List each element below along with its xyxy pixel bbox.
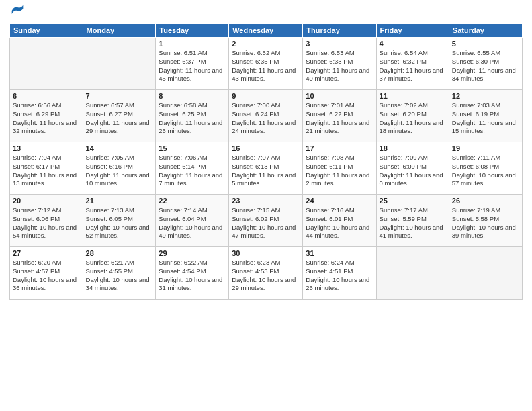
- weekday-header: Tuesday: [156, 24, 229, 38]
- day-info: Sunrise: 7:01 AM Sunset: 6:22 PM Dayligh…: [306, 101, 373, 136]
- calendar-cell: 28 Sunrise: 6:21 AM Sunset: 4:55 PM Dayl…: [83, 247, 156, 300]
- day-number: 30: [232, 249, 300, 257]
- calendar-week-row: 27 Sunrise: 6:20 AM Sunset: 4:57 PM Dayl…: [10, 247, 523, 300]
- calendar-cell: 21 Sunrise: 7:13 AM Sunset: 6:05 PM Dayl…: [83, 195, 156, 247]
- day-number: 12: [452, 92, 519, 100]
- day-number: 20: [13, 197, 80, 205]
- day-number: 6: [13, 92, 80, 100]
- day-number: 24: [306, 197, 373, 205]
- day-number: 14: [86, 144, 153, 152]
- calendar-cell: 31 Sunrise: 6:24 AM Sunset: 4:51 PM Dayl…: [303, 247, 376, 300]
- day-info: Sunrise: 7:13 AM Sunset: 6:05 PM Dayligh…: [86, 206, 153, 240]
- weekday-header: Thursday: [303, 24, 376, 38]
- day-info: Sunrise: 6:51 AM Sunset: 6:37 PM Dayligh…: [159, 49, 226, 83]
- logo-icon: [11, 4, 24, 17]
- day-info: Sunrise: 7:06 AM Sunset: 6:14 PM Dayligh…: [159, 154, 226, 188]
- calendar-cell: 20 Sunrise: 7:12 AM Sunset: 6:06 PM Dayl…: [10, 195, 83, 247]
- day-number: 1: [159, 40, 226, 48]
- day-info: Sunrise: 7:03 AM Sunset: 6:19 PM Dayligh…: [452, 101, 519, 136]
- calendar-cell: [376, 247, 449, 300]
- day-info: Sunrise: 7:07 AM Sunset: 6:13 PM Dayligh…: [232, 154, 300, 188]
- calendar-cell: 4 Sunrise: 6:54 AM Sunset: 6:32 PM Dayli…: [376, 38, 449, 90]
- calendar-cell: 15 Sunrise: 7:06 AM Sunset: 6:14 PM Dayl…: [156, 142, 229, 195]
- day-info: Sunrise: 6:20 AM Sunset: 4:57 PM Dayligh…: [13, 259, 80, 293]
- calendar-cell: 10 Sunrise: 7:01 AM Sunset: 6:22 PM Dayl…: [303, 90, 376, 142]
- day-info: Sunrise: 7:09 AM Sunset: 6:09 PM Dayligh…: [380, 154, 446, 188]
- day-number: 9: [232, 92, 300, 100]
- calendar-cell: 25 Sunrise: 7:17 AM Sunset: 5:59 PM Dayl…: [376, 195, 449, 247]
- header: [9, 7, 523, 17]
- calendar-cell: 19 Sunrise: 7:11 AM Sunset: 6:08 PM Dayl…: [449, 142, 522, 195]
- day-number: 2: [232, 40, 300, 48]
- calendar-cell: 3 Sunrise: 6:53 AM Sunset: 6:33 PM Dayli…: [303, 38, 376, 90]
- calendar-cell: 29 Sunrise: 6:22 AM Sunset: 4:54 PM Dayl…: [156, 247, 229, 300]
- calendar-cell: 8 Sunrise: 6:58 AM Sunset: 6:25 PM Dayli…: [156, 90, 229, 142]
- day-number: 27: [13, 249, 80, 257]
- calendar-cell: 5 Sunrise: 6:55 AM Sunset: 6:30 PM Dayli…: [449, 38, 522, 90]
- day-info: Sunrise: 6:52 AM Sunset: 6:35 PM Dayligh…: [232, 49, 300, 83]
- day-number: 22: [159, 197, 226, 205]
- day-number: 4: [380, 40, 446, 48]
- day-number: 21: [86, 197, 153, 205]
- day-info: Sunrise: 6:24 AM Sunset: 4:51 PM Dayligh…: [306, 259, 373, 293]
- calendar-cell: 13 Sunrise: 7:04 AM Sunset: 6:17 PM Dayl…: [10, 142, 83, 195]
- day-number: 23: [232, 197, 300, 205]
- day-info: Sunrise: 6:53 AM Sunset: 6:33 PM Dayligh…: [306, 49, 373, 83]
- weekday-header: Sunday: [10, 24, 83, 38]
- day-info: Sunrise: 7:05 AM Sunset: 6:16 PM Dayligh…: [86, 154, 153, 188]
- day-number: 16: [232, 144, 300, 152]
- calendar-cell: 12 Sunrise: 7:03 AM Sunset: 6:19 PM Dayl…: [449, 90, 522, 142]
- day-number: 15: [159, 144, 226, 152]
- calendar-cell: 9 Sunrise: 7:00 AM Sunset: 6:24 PM Dayli…: [229, 90, 303, 142]
- day-info: Sunrise: 6:54 AM Sunset: 6:32 PM Dayligh…: [380, 49, 446, 83]
- calendar-table: SundayMondayTuesdayWednesdayThursdayFrid…: [9, 23, 523, 300]
- day-info: Sunrise: 7:17 AM Sunset: 5:59 PM Dayligh…: [380, 206, 446, 240]
- logo-text: [9, 7, 24, 17]
- day-number: 10: [306, 92, 373, 100]
- calendar-cell: [83, 38, 156, 90]
- calendar-week-row: 6 Sunrise: 6:56 AM Sunset: 6:29 PM Dayli…: [10, 90, 523, 142]
- day-number: 29: [159, 249, 226, 257]
- day-info: Sunrise: 7:16 AM Sunset: 6:01 PM Dayligh…: [306, 206, 373, 240]
- day-number: 11: [380, 92, 446, 100]
- day-info: Sunrise: 7:00 AM Sunset: 6:24 PM Dayligh…: [232, 101, 300, 136]
- calendar-cell: 24 Sunrise: 7:16 AM Sunset: 6:01 PM Dayl…: [303, 195, 376, 247]
- day-number: 8: [159, 92, 226, 100]
- day-info: Sunrise: 7:15 AM Sunset: 6:02 PM Dayligh…: [232, 206, 300, 240]
- day-info: Sunrise: 7:14 AM Sunset: 6:04 PM Dayligh…: [159, 206, 226, 240]
- calendar-cell: 18 Sunrise: 7:09 AM Sunset: 6:09 PM Dayl…: [376, 142, 449, 195]
- day-number: 17: [306, 144, 373, 152]
- day-number: 26: [452, 197, 519, 205]
- calendar-cell: 30 Sunrise: 6:23 AM Sunset: 4:53 PM Dayl…: [229, 247, 303, 300]
- calendar-cell: 22 Sunrise: 7:14 AM Sunset: 6:04 PM Dayl…: [156, 195, 229, 247]
- calendar-cell: 2 Sunrise: 6:52 AM Sunset: 6:35 PM Dayli…: [229, 38, 303, 90]
- day-number: 13: [13, 144, 80, 152]
- calendar-header-row: SundayMondayTuesdayWednesdayThursdayFrid…: [10, 24, 523, 38]
- calendar-cell: 23 Sunrise: 7:15 AM Sunset: 6:02 PM Dayl…: [229, 195, 303, 247]
- weekday-header: Monday: [83, 24, 156, 38]
- day-info: Sunrise: 6:56 AM Sunset: 6:29 PM Dayligh…: [13, 101, 80, 136]
- day-info: Sunrise: 6:57 AM Sunset: 6:27 PM Dayligh…: [86, 101, 153, 136]
- weekday-header: Wednesday: [229, 24, 303, 38]
- day-info: Sunrise: 7:12 AM Sunset: 6:06 PM Dayligh…: [13, 206, 80, 240]
- day-number: 25: [380, 197, 446, 205]
- weekday-header: Friday: [376, 24, 449, 38]
- day-number: 18: [380, 144, 446, 152]
- day-info: Sunrise: 7:02 AM Sunset: 6:20 PM Dayligh…: [380, 101, 446, 136]
- calendar-cell: 17 Sunrise: 7:08 AM Sunset: 6:11 PM Dayl…: [303, 142, 376, 195]
- calendar-cell: 26 Sunrise: 7:19 AM Sunset: 5:58 PM Dayl…: [449, 195, 522, 247]
- calendar-week-row: 13 Sunrise: 7:04 AM Sunset: 6:17 PM Dayl…: [10, 142, 523, 195]
- day-number: 5: [452, 40, 519, 48]
- day-info: Sunrise: 6:22 AM Sunset: 4:54 PM Dayligh…: [159, 259, 226, 293]
- calendar-cell: 16 Sunrise: 7:07 AM Sunset: 6:13 PM Dayl…: [229, 142, 303, 195]
- logo-area: [9, 7, 24, 17]
- day-number: 7: [86, 92, 153, 100]
- page: SundayMondayTuesdayWednesdayThursdayFrid…: [0, 0, 532, 411]
- calendar-cell: 6 Sunrise: 6:56 AM Sunset: 6:29 PM Dayli…: [10, 90, 83, 142]
- day-info: Sunrise: 6:23 AM Sunset: 4:53 PM Dayligh…: [232, 259, 300, 293]
- day-info: Sunrise: 6:55 AM Sunset: 6:30 PM Dayligh…: [452, 49, 519, 83]
- calendar-week-row: 20 Sunrise: 7:12 AM Sunset: 6:06 PM Dayl…: [10, 195, 523, 247]
- calendar-week-row: 1 Sunrise: 6:51 AM Sunset: 6:37 PM Dayli…: [10, 38, 523, 90]
- day-number: 28: [86, 249, 153, 257]
- day-number: 3: [306, 40, 373, 48]
